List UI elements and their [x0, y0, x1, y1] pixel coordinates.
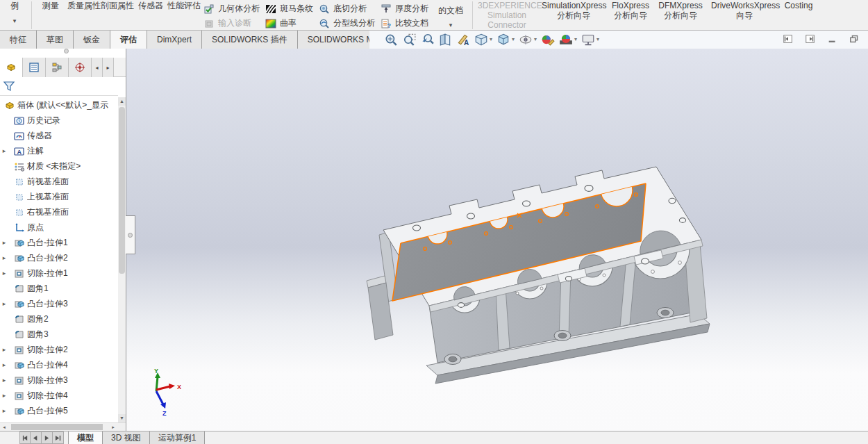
tree-item-凸台-拉伸5[interactable]: ▸凸台-拉伸5 [0, 403, 118, 418]
gearbox-housing-model[interactable]: Y X Z [126, 49, 868, 431]
view-settings-button[interactable]: ▾ [579, 31, 601, 47]
vscroll-thumb[interactable] [119, 107, 125, 274]
ribbon-button-分型线分析[interactable]: 分型线分析 [316, 16, 378, 31]
prev-sheet-button[interactable] [31, 431, 42, 444]
scroll-left-arrow[interactable]: ◂ [0, 423, 8, 431]
ribbon-button-性能评估[interactable]: 性能评估 [167, 0, 201, 11]
tree-item-切除-拉伸3[interactable]: ▸切除-拉伸3 [0, 372, 118, 388]
tab-DimXpert[interactable]: DimXpert [147, 31, 202, 49]
graphics-viewport[interactable]: Y X Z [126, 49, 868, 431]
tab-钣金[interactable]: 钣金 [74, 31, 110, 49]
tree-splitter-handle[interactable] [64, 49, 69, 54]
fillet-icon [14, 314, 25, 325]
annotation-view-button[interactable]: A [454, 31, 472, 47]
ribbon-button-传感器[interactable]: 传感器 [134, 0, 167, 11]
first-sheet-button[interactable] [19, 431, 31, 444]
ribbon-button-几何体分析[interactable]: 几何体分析 [201, 1, 262, 16]
ribbon-button-比较文档[interactable]: ?比较文档 [378, 16, 431, 31]
ribbon-button-xpress-2[interactable]: FloXpress 分析向导 [608, 0, 653, 20]
tree-item-注解[interactable]: ▸A注解 [0, 143, 118, 158]
minimize-button[interactable] [825, 33, 840, 45]
view-settings-icon [581, 32, 595, 46]
part-icon [4, 100, 15, 111]
sensors-icon [14, 131, 25, 142]
restore-button[interactable] [847, 33, 862, 45]
ribbon-button-xpress-3[interactable]: DFMXpress 分析向导 [653, 0, 708, 20]
collapse-right-button[interactable] [803, 33, 818, 45]
expand-arrow[interactable]: ▸ [0, 346, 8, 353]
ribbon-button-剖面属性[interactable]: 剖面属性 [101, 0, 134, 11]
manager-tab-scroll-left[interactable]: ◂ [92, 58, 103, 77]
tree-horizontal-scrollbar[interactable]: ◂ ▸ [0, 422, 126, 431]
tree-item-前视基准面[interactable]: 前视基准面 [0, 174, 118, 189]
tab-评估[interactable]: 评估 [110, 31, 147, 49]
tree-item-右视基准面[interactable]: 右视基准面 [0, 204, 118, 220]
tree-item-材质 <未指定>[interactable]: 材质 <未指定> [0, 158, 118, 174]
expand-arrow[interactable]: ▸ [0, 254, 8, 261]
scroll-right-arrow[interactable]: ▸ [109, 423, 117, 431]
sheet-tab-3D 视图[interactable]: 3D 视图 [103, 431, 150, 444]
tree-item-传感器[interactable]: 传感器 [0, 128, 118, 143]
edit-appearance-button[interactable] [539, 31, 557, 47]
tree-item-圆角2[interactable]: 圆角2 [0, 311, 118, 327]
tree-item-切除-拉伸1[interactable]: ▸切除-拉伸1 [0, 265, 118, 281]
ribbon-button-测量[interactable]: 测量 [34, 0, 67, 11]
tree-filter-row[interactable] [0, 77, 118, 96]
tree-item-凸台-拉伸4[interactable]: ▸凸台-拉伸4 [0, 357, 118, 372]
collapse-left-button[interactable] [781, 33, 796, 45]
expand-arrow[interactable]: ▸ [0, 270, 8, 277]
manager-tab-featuremanager[interactable] [0, 58, 23, 77]
zoom-fit-button[interactable] [382, 31, 400, 47]
ribbon-button-斑马条纹[interactable]: 斑马条纹 [262, 1, 316, 16]
tab-草图[interactable]: 草图 [37, 31, 74, 49]
scroll-up-arrow[interactable]: ▲ [118, 97, 126, 106]
ribbon-button-曲率[interactable]: 曲率 [262, 16, 316, 31]
hide-show-items-button[interactable]: ▾ [517, 31, 539, 47]
ribbon-button-xpress-1[interactable]: SimulationXpress 分析向导 [539, 0, 608, 20]
view-orientation-button[interactable]: ▾ [472, 31, 494, 47]
section-view-button[interactable] [436, 31, 454, 47]
sheet-tab-运动算例1[interactable]: 运动算例1 [150, 431, 206, 444]
next-sheet-button[interactable] [42, 431, 53, 444]
expand-arrow[interactable]: ▸ [0, 407, 8, 414]
manager-tab-configurationmanager[interactable] [46, 58, 69, 77]
ribbon-button-厚度分析[interactable]: 厚度分析 [378, 1, 431, 16]
ribbon-button-xpress-5[interactable]: Costing [781, 0, 817, 10]
tree-item-切除-拉伸4[interactable]: ▸切除-拉伸4 [0, 388, 118, 403]
expand-arrow[interactable]: ▸ [0, 239, 8, 246]
last-sheet-button[interactable] [53, 431, 64, 444]
expand-arrow[interactable]: ▸ [0, 361, 8, 368]
manager-tab-scroll-right[interactable]: ▸ [103, 58, 114, 77]
manager-tab-dimxpertmanager[interactable] [69, 58, 92, 77]
expand-arrow[interactable]: ▸ [0, 147, 8, 154]
tree-item-凸台-拉伸3[interactable]: ▸凸台-拉伸3 [0, 296, 118, 311]
zoom-area-button[interactable] [400, 31, 418, 47]
ribbon-button-xpress-4[interactable]: DriveWorksXpress 向导 [708, 0, 781, 20]
previous-view-button[interactable] [418, 31, 436, 47]
tree-root-part[interactable]: 箱体 (默认<<默认>_显示 [0, 97, 118, 113]
design-study-button[interactable]: 例▾ [0, 0, 29, 26]
apply-scene-button[interactable]: ▾ [557, 31, 579, 47]
sheet-tab-模型[interactable]: 模型 [68, 431, 103, 444]
tree-item-历史记录[interactable]: 历史记录 [0, 113, 118, 128]
expand-arrow[interactable]: ▸ [0, 377, 8, 384]
manager-tab-propertymanager[interactable] [23, 58, 46, 77]
tree-item-切除-拉伸2[interactable]: ▸切除-拉伸2 [0, 342, 118, 357]
ribbon-button-质量属性[interactable]: 质量属性 [67, 0, 101, 11]
expand-arrow[interactable]: ▸ [0, 392, 8, 399]
tree-item-凸台-拉伸1[interactable]: ▸凸台-拉伸1 [0, 235, 118, 250]
tab-特征[interactable]: 特征 [0, 31, 37, 49]
ribbon-button-底切分析[interactable]: 底切分析 [316, 1, 378, 16]
check-active-document-button[interactable]: 的文档▾ [431, 0, 470, 31]
hscroll-thumb[interactable] [11, 424, 103, 430]
tree-item-上视基准面[interactable]: 上视基准面 [0, 189, 118, 204]
tree-item-原点[interactable]: 原点 [0, 220, 118, 235]
tree-item-圆角1[interactable]: 圆角1 [0, 281, 118, 296]
expand-arrow[interactable]: ▸ [0, 300, 8, 307]
tree-item-圆角3[interactable]: 圆角3 [0, 327, 118, 342]
tree-vertical-scrollbar[interactable]: ▲ ▼ [118, 97, 126, 422]
display-style-button[interactable]: ▾ [494, 31, 517, 47]
tab-SOLIDWORKS 插件[interactable]: SOLIDWORKS 插件 [202, 31, 298, 49]
scroll-down-arrow[interactable]: ▼ [118, 414, 126, 422]
tree-item-凸台-拉伸2[interactable]: ▸凸台-拉伸2 [0, 250, 118, 265]
